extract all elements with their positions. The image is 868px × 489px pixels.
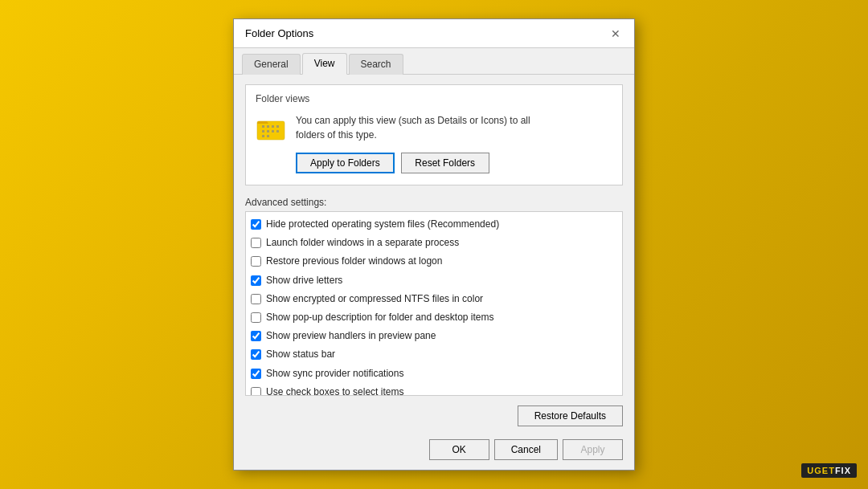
watermark-prefix: UGET	[807, 466, 835, 475]
folder-icon	[256, 112, 286, 143]
setting-label: Show sync provider notifications	[266, 366, 403, 381]
tab-view[interactable]: View	[302, 53, 347, 75]
title-bar: Folder Options ✕	[234, 19, 634, 48]
show-encrypted-checkbox[interactable]	[251, 294, 261, 304]
svg-rect-2	[267, 125, 269, 128]
list-item: Show drive letters	[246, 271, 622, 290]
svg-rect-7	[272, 130, 274, 132]
svg-rect-1	[262, 125, 264, 128]
list-item: Hide protected operating system files (R…	[246, 215, 622, 234]
setting-label: Use check boxes to select items	[266, 385, 403, 395]
list-item: Restore previous folder windows at logon	[246, 252, 622, 271]
folder-views-buttons: Apply to Folders Reset Folders	[296, 153, 612, 173]
folder-options-dialog: Folder Options ✕ General View Search Fol…	[233, 18, 635, 471]
list-item: Show pop-up description for folder and d…	[246, 308, 622, 327]
list-item: Launch folder windows in a separate proc…	[246, 234, 622, 252]
setting-label: Show pop-up description for folder and d…	[266, 310, 494, 325]
show-drive-letters-checkbox[interactable]	[251, 275, 261, 286]
folder-views-description: You can apply this view (such as Details…	[296, 113, 612, 142]
show-sync-checkbox[interactable]	[251, 369, 261, 379]
setting-label: Show status bar	[266, 347, 335, 362]
setting-label: Show drive letters	[266, 273, 342, 288]
folder-views-title: Folder views	[256, 93, 612, 104]
list-item: Show encrypted or compressed NTFS files …	[246, 290, 622, 308]
reset-folders-button[interactable]: Reset Folders	[401, 153, 489, 173]
show-preview-handlers-checkbox[interactable]	[251, 331, 261, 341]
show-status-bar-checkbox[interactable]	[251, 349, 261, 360]
settings-list-container: Hide protected operating system files (R…	[245, 211, 623, 396]
setting-label: Launch folder windows in a separate proc…	[266, 235, 459, 251]
svg-rect-10	[267, 135, 269, 137]
tab-general[interactable]: General	[242, 54, 301, 75]
setting-label: Restore previous folder windows at logon	[266, 254, 442, 269]
dialog-content: Folder views	[234, 75, 634, 405]
ok-button[interactable]: OK	[429, 439, 489, 460]
list-item: Use check boxes to select items	[246, 383, 622, 395]
svg-rect-9	[262, 135, 264, 137]
use-checkboxes-checkbox[interactable]	[251, 387, 261, 395]
setting-label: Show preview handlers in preview pane	[266, 328, 436, 344]
watermark-suffix: FIX	[835, 466, 851, 475]
advanced-settings-label: Advanced settings:	[245, 197, 623, 208]
tab-search[interactable]: Search	[349, 54, 403, 75]
folder-views-section: Folder views	[245, 84, 623, 185]
launch-folder-checkbox[interactable]	[251, 238, 261, 248]
list-item: Show sync provider notifications	[246, 365, 622, 383]
dialog-title: Folder Options	[245, 27, 313, 39]
setting-label: Show encrypted or compressed NTFS files …	[266, 291, 483, 307]
tabs-bar: General View Search	[234, 48, 634, 75]
svg-rect-0	[257, 121, 285, 140]
show-popup-checkbox[interactable]	[251, 312, 261, 323]
svg-rect-5	[262, 130, 264, 132]
list-item: Show status bar	[246, 345, 622, 364]
apply-to-folders-button[interactable]: Apply to Folders	[296, 153, 395, 173]
svg-rect-6	[267, 130, 269, 132]
svg-rect-8	[276, 130, 279, 132]
restore-defaults-button[interactable]: Restore Defaults	[518, 405, 623, 426]
cancel-button[interactable]: Cancel	[494, 439, 558, 460]
watermark: UGETFIX	[801, 463, 857, 478]
list-item: Show preview handlers in preview pane	[246, 327, 622, 345]
setting-label: Hide protected operating system files (R…	[266, 217, 499, 232]
apply-button[interactable]: Apply	[563, 439, 623, 460]
svg-rect-3	[272, 125, 274, 128]
settings-list[interactable]: Hide protected operating system files (R…	[246, 212, 622, 395]
svg-rect-4	[276, 125, 279, 128]
restore-prev-checkbox[interactable]	[251, 256, 261, 267]
folder-views-inner: You can apply this view (such as Details…	[256, 112, 612, 143]
close-button[interactable]: ✕	[607, 25, 624, 43]
dialog-footer: OK Cancel Apply	[234, 433, 634, 470]
hide-protected-checkbox[interactable]	[251, 219, 261, 230]
restore-defaults-area: Restore Defaults	[234, 405, 634, 433]
